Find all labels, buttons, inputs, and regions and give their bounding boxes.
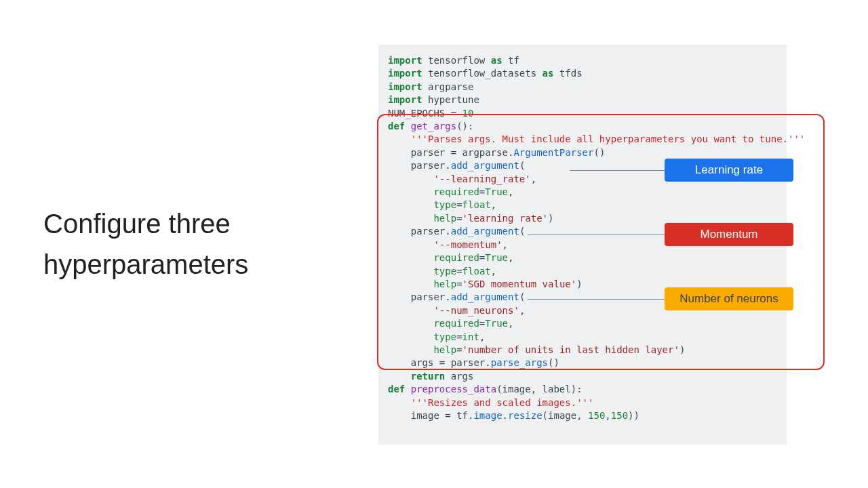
- tok: import: [388, 94, 422, 105]
- tok: tf: [502, 55, 519, 66]
- tok: 150: [588, 410, 605, 421]
- tok: True: [485, 186, 508, 197]
- tok: (image, label):: [496, 384, 582, 394]
- tok: ArgumentParser: [513, 147, 593, 158]
- tok: ,: [508, 252, 513, 263]
- tok: (: [519, 226, 525, 237]
- tok: True: [485, 318, 508, 329]
- tok: ,: [531, 174, 536, 184]
- tok: type: [388, 331, 456, 342]
- tok: =: [456, 266, 462, 277]
- tok: =: [456, 213, 462, 224]
- tok: (: [519, 291, 525, 302]
- tok: get_args: [411, 121, 456, 131]
- tok: tensorflow_datasets: [422, 68, 542, 79]
- tok: parser.: [388, 226, 451, 237]
- tok: add_argument: [451, 291, 519, 302]
- tok: type: [388, 266, 456, 277]
- tok: float: [462, 266, 491, 277]
- tok: ,: [519, 305, 525, 316]
- tok: ): [576, 279, 582, 289]
- tok: help: [388, 213, 456, 224]
- tok: 150: [611, 410, 628, 421]
- tok: True: [485, 252, 508, 263]
- tok: image: [473, 410, 502, 421]
- tok: parser.: [388, 160, 451, 171]
- tok: ,: [491, 266, 496, 277]
- tok: tfds: [553, 68, 582, 79]
- tok: add_argument: [451, 160, 519, 171]
- tok: preprocess_data: [411, 384, 496, 394]
- tok: import: [388, 55, 422, 66]
- tok: ,: [502, 239, 508, 250]
- tok: return: [388, 371, 451, 382]
- tok: required: [388, 252, 479, 263]
- tok: int: [462, 331, 479, 342]
- tok: =: [456, 279, 462, 289]
- tok: )): [628, 410, 639, 421]
- tok: import: [388, 81, 422, 92]
- tok: parser.: [388, 291, 451, 302]
- tok: ,: [508, 318, 513, 329]
- tok: ,: [491, 199, 496, 210]
- tok: '--learning_rate': [388, 174, 531, 184]
- tok: (): [593, 147, 605, 158]
- tok: (image,: [542, 410, 588, 421]
- tok: args = parser.: [388, 357, 491, 368]
- code-block: import tensorflow as tf import tensorflo…: [378, 45, 787, 445]
- tok: ():: [456, 121, 473, 131]
- tok: ,: [508, 186, 513, 197]
- tok: '--num_neurons': [388, 305, 519, 316]
- tok: help: [388, 344, 456, 355]
- tok: help: [388, 279, 456, 289]
- tok: '''Resizes and scaled images.''': [388, 397, 593, 408]
- tok: add_argument: [451, 226, 519, 237]
- tok: parser = argparse.: [388, 147, 513, 158]
- tok: ,: [605, 410, 610, 421]
- tok: argparse: [422, 81, 474, 92]
- tok: 'learning rate': [462, 213, 548, 224]
- tok: required: [388, 186, 479, 197]
- tok: 10: [462, 108, 474, 119]
- tok: type: [388, 199, 456, 210]
- tok: =: [456, 344, 462, 355]
- tok: =: [456, 331, 462, 342]
- tok: '--momentum': [388, 239, 502, 250]
- tok: NUM_EPOCHS =: [388, 108, 462, 119]
- tok: def: [388, 384, 411, 394]
- tok: hypertune: [422, 94, 479, 105]
- tok: float: [462, 199, 491, 210]
- slide-title: Configure three hyperparameters: [43, 203, 342, 285]
- tok: args: [451, 371, 474, 382]
- tok: import: [388, 68, 422, 79]
- tok: .: [502, 410, 508, 421]
- tok: 'SGD momentum value': [462, 279, 577, 289]
- tok: (): [548, 357, 559, 368]
- tok: as: [542, 68, 554, 79]
- tok: ): [548, 213, 553, 224]
- tok: required: [388, 318, 479, 329]
- tok: resize: [508, 410, 542, 421]
- tok: as: [491, 55, 502, 66]
- tok: 'number of units in last hidden layer': [462, 344, 679, 355]
- tok: ): [679, 344, 685, 355]
- tok: ,: [479, 331, 485, 342]
- tok: tensorflow: [422, 55, 491, 66]
- tok: '''Parses args. Must include all hyperpa…: [388, 134, 805, 144]
- tok: (: [519, 160, 525, 171]
- tok: parse_args: [491, 357, 548, 368]
- tok: image = tf.: [388, 410, 473, 421]
- tok: =: [456, 199, 462, 210]
- tok: def: [388, 121, 411, 131]
